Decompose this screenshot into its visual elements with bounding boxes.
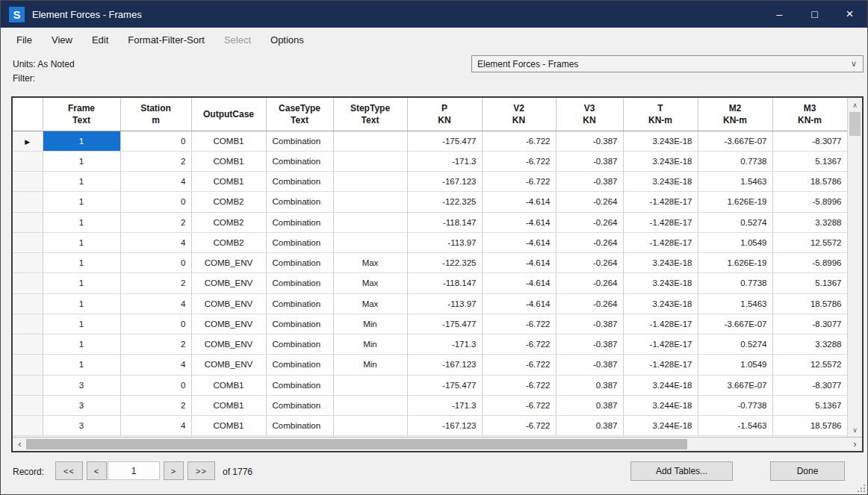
next-record-button[interactable]: > <box>164 461 184 480</box>
cell-v3[interactable]: -0.387 <box>556 334 623 355</box>
row-selector[interactable] <box>13 253 43 273</box>
add-tables-button[interactable]: Add Tables... <box>630 461 733 481</box>
cell-casetype[interactable]: Combination <box>266 232 333 252</box>
cell-frame[interactable]: 1 <box>43 253 120 273</box>
row-selector[interactable] <box>13 314 43 334</box>
cell-outputcase[interactable]: COMB_ENV <box>191 273 266 293</box>
cell-t[interactable]: 3.243E-18 <box>623 151 698 171</box>
cell-frame[interactable]: 1 <box>43 151 120 171</box>
cell-t[interactable]: -1.428E-17 <box>623 232 698 252</box>
vertical-scrollbar-thumb[interactable] <box>849 112 861 136</box>
cell-t[interactable]: 3.243E-18 <box>623 253 698 273</box>
row-selector[interactable] <box>13 293 43 314</box>
cell-t[interactable]: 3.243E-18 <box>623 293 698 314</box>
minimize-button[interactable]: – <box>762 1 797 28</box>
cell-steptype[interactable]: Min <box>333 355 407 375</box>
done-button[interactable]: Done <box>770 461 845 481</box>
maximize-button[interactable]: □ <box>797 1 832 28</box>
row-selector[interactable] <box>13 355 43 375</box>
cell-m2[interactable]: 1.5463 <box>698 293 772 314</box>
cell-frame[interactable]: 3 <box>43 395 120 415</box>
cell-v3[interactable]: 0.387 <box>556 375 623 395</box>
cell-outputcase[interactable]: COMB_ENV <box>191 355 266 375</box>
cell-m3[interactable]: 3.3288 <box>772 334 847 355</box>
menu-item-options[interactable]: Options <box>261 29 314 52</box>
cell-v3[interactable]: -0.387 <box>556 314 623 334</box>
cell-v3[interactable]: -0.264 <box>556 293 623 314</box>
menu-item-file[interactable]: File <box>7 29 42 52</box>
cell-v3[interactable]: 0.387 <box>556 395 623 415</box>
cell-outputcase[interactable]: COMB2 <box>191 192 266 212</box>
scroll-up-icon[interactable]: ∧ <box>848 99 862 111</box>
resize-grip[interactable] <box>856 483 865 492</box>
cell-frame[interactable]: 1 <box>43 334 120 355</box>
cell-m3[interactable]: -8.3077 <box>772 314 847 334</box>
cell-steptype[interactable] <box>333 416 407 436</box>
cell-t[interactable]: -1.428E-17 <box>623 212 698 232</box>
cell-steptype[interactable] <box>333 395 407 415</box>
cell-p[interactable]: -171.3 <box>407 334 482 355</box>
cell-casetype[interactable]: Combination <box>266 192 333 212</box>
cell-p[interactable]: -122.325 <box>407 192 482 212</box>
cell-casetype[interactable]: Combination <box>266 273 333 293</box>
cell-p[interactable]: -118.147 <box>407 212 482 232</box>
cell-casetype[interactable]: Combination <box>266 131 333 151</box>
cell-p[interactable]: -175.477 <box>407 375 482 395</box>
cell-v3[interactable]: -0.387 <box>556 172 623 192</box>
cell-m2[interactable]: -3.667E-07 <box>698 314 772 334</box>
row-selector[interactable] <box>13 334 43 355</box>
row-selector[interactable]: ▶ <box>13 131 43 151</box>
cell-station[interactable]: 0 <box>120 192 191 212</box>
cell-casetype[interactable]: Combination <box>266 293 333 314</box>
cell-v2[interactable]: -6.722 <box>482 314 556 334</box>
cell-v2[interactable]: -6.722 <box>482 395 556 415</box>
first-record-button[interactable]: << <box>55 461 83 480</box>
cell-outputcase[interactable]: COMB1 <box>191 151 266 171</box>
cell-station[interactable]: 2 <box>120 395 191 415</box>
cell-station[interactable]: 0 <box>120 253 191 273</box>
cell-outputcase[interactable]: COMB_ENV <box>191 334 266 355</box>
cell-steptype[interactable] <box>333 172 407 192</box>
cell-casetype[interactable]: Combination <box>266 416 333 436</box>
cell-steptype[interactable]: Max <box>333 273 407 293</box>
cell-v3[interactable]: -0.387 <box>556 151 623 171</box>
cell-t[interactable]: 3.244E-18 <box>623 375 698 395</box>
cell-outputcase[interactable]: COMB2 <box>191 232 266 252</box>
cell-station[interactable]: 4 <box>120 293 191 314</box>
horizontal-scrollbar[interactable]: ‹ › <box>13 437 862 451</box>
cell-v2[interactable]: -4.614 <box>482 253 556 273</box>
cell-p[interactable]: -167.123 <box>407 355 482 375</box>
cell-frame[interactable]: 1 <box>43 232 120 252</box>
row-selector[interactable] <box>13 395 43 415</box>
cell-station[interactable]: 2 <box>120 334 191 355</box>
cell-v3[interactable]: -0.387 <box>556 131 623 151</box>
cell-v2[interactable]: -6.722 <box>482 172 556 192</box>
cell-steptype[interactable]: Max <box>333 253 407 273</box>
row-selector[interactable] <box>13 232 43 252</box>
cell-station[interactable]: 4 <box>120 355 191 375</box>
cell-v3[interactable]: -0.264 <box>556 253 623 273</box>
cell-t[interactable]: -1.428E-17 <box>623 192 698 212</box>
close-button[interactable]: × <box>832 1 867 28</box>
cell-m2[interactable]: 3.667E-07 <box>698 375 772 395</box>
cell-frame[interactable]: 3 <box>43 416 120 436</box>
cell-p[interactable]: -113.97 <box>407 232 482 252</box>
cell-m2[interactable]: 1.626E-19 <box>698 192 772 212</box>
row-selector[interactable] <box>13 273 43 293</box>
cell-casetype[interactable]: Combination <box>266 172 333 192</box>
cell-m3[interactable]: 12.5572 <box>772 232 847 252</box>
cell-m2[interactable]: 0.7738 <box>698 273 772 293</box>
cell-m3[interactable]: 18.5786 <box>772 293 847 314</box>
cell-m2[interactable]: 1.5463 <box>698 172 772 192</box>
cell-station[interactable]: 2 <box>120 151 191 171</box>
cell-p[interactable]: -167.123 <box>407 172 482 192</box>
cell-t[interactable]: -1.428E-17 <box>623 314 698 334</box>
record-number-input[interactable] <box>108 461 160 480</box>
scroll-right-icon[interactable]: › <box>849 438 861 451</box>
cell-steptype[interactable]: Min <box>333 334 407 355</box>
cell-m3[interactable]: -8.3077 <box>772 375 847 395</box>
cell-t[interactable]: 3.243E-18 <box>623 273 698 293</box>
cell-m3[interactable]: 5.1367 <box>772 273 847 293</box>
cell-m2[interactable]: 1.0549 <box>698 355 772 375</box>
cell-outputcase[interactable]: COMB1 <box>191 375 266 395</box>
